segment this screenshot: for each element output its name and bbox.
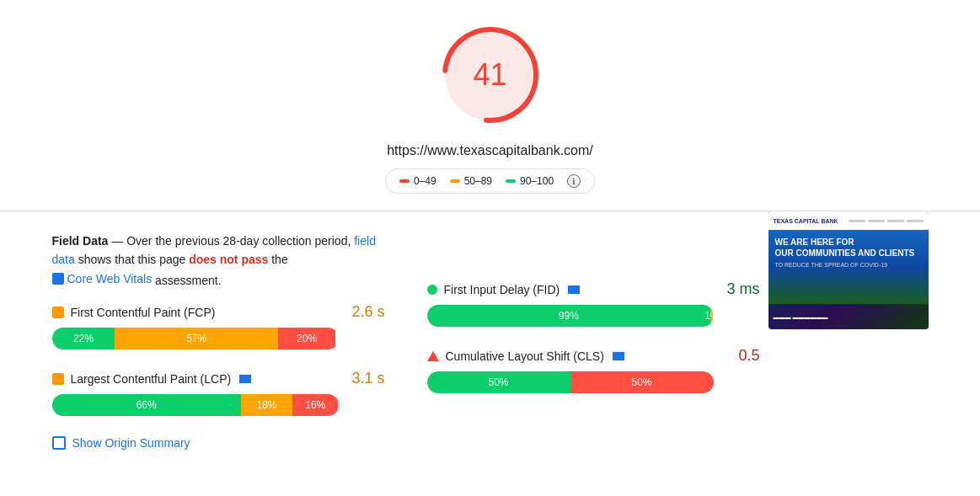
- lcp-label: Largest Contentful Paint (LCP): [71, 372, 232, 386]
- fcp-label: First Contentful Paint (FCP): [71, 306, 216, 319]
- metric-fid-title: First Input Delay (FID): [427, 283, 581, 296]
- screenshot-bottom: ▬▬▬ ▬▬▬▬▬▬: [768, 304, 929, 329]
- cwv-badge: Core Web Vitals: [52, 269, 153, 288]
- fcp-value: 2.6 s: [351, 303, 384, 321]
- fid-flag-icon: [568, 285, 580, 294]
- screenshot-nav: [849, 220, 924, 222]
- fcp-bar-needs-improvement: 57%: [115, 328, 278, 349]
- metric-cls-header: Cumulative Layout Shift (CLS) 0.5: [427, 347, 760, 365]
- legend-item-orange: 50–89: [450, 175, 492, 187]
- screenshot-panel: TEXAS CAPITAL BANK WE ARE HERE FOROUR CO…: [768, 211, 929, 329]
- show-origin-label: Show Origin Summary: [72, 436, 190, 450]
- screenshot-hero: WE ARE HERE FOROUR COMMUNITIES AND CLIEN…: [768, 230, 929, 304]
- legend-item-red: 0–49: [399, 175, 436, 187]
- legend-dot-green: [506, 179, 516, 183]
- fcp-bar-poor: 20%: [278, 328, 335, 349]
- nav-dot-1: [849, 220, 865, 222]
- score-value: 41: [473, 57, 506, 93]
- cwv-link[interactable]: Core Web Vitals: [67, 269, 153, 288]
- fid-bar-good: 99%: [427, 305, 711, 327]
- metric-cls-title: Cumulative Layout Shift (CLS): [427, 349, 624, 363]
- metric-fid: First Input Delay (FID) 3 ms 99% 1%: [427, 280, 760, 327]
- metric-cls: Cumulative Layout Shift (CLS) 0.5 50% 50…: [427, 347, 760, 393]
- fid-bar-needs-improvement: 1%: [710, 305, 713, 327]
- legend-label-red: 0–49: [414, 175, 436, 187]
- cls-icon: [427, 351, 439, 361]
- left-column: Field Data — Over the previous 28-day co…: [52, 232, 427, 450]
- cls-bar-good: 50%: [427, 371, 570, 393]
- show-origin-checkbox[interactable]: [52, 436, 66, 450]
- lcp-flag-icon: [239, 375, 251, 383]
- fcp-bar-good: 22%: [52, 328, 115, 349]
- cls-flag-icon: [613, 352, 624, 360]
- nav-dot-2: [868, 220, 885, 222]
- score-section: 41 https://www.texascapitalbank.com/ 0–4…: [0, 0, 980, 211]
- legend-item-green: 90–100: [506, 175, 554, 187]
- field-data-prefix-text: — Over the previous 28-day collection pe…: [111, 234, 354, 248]
- metric-fcp: First Contentful Paint (FCP) 2.6 s 22% 5…: [52, 303, 385, 349]
- legend-dot-orange: [450, 179, 460, 183]
- score-legend: 0–49 50–89 90–100 ℹ: [385, 168, 595, 194]
- legend-dot-red: [399, 179, 410, 183]
- lcp-bar-good: 66%: [52, 394, 241, 416]
- field-data-end: assessment.: [155, 274, 222, 287]
- metric-fcp-header: First Contentful Paint (FCP) 2.6 s: [52, 303, 385, 321]
- metric-lcp-header: Largest Contentful Paint (LCP) 3.1 s: [52, 370, 385, 387]
- metric-fcp-title: First Contentful Paint (FCP): [52, 306, 216, 319]
- lcp-progress-bar: 66% 18% 16%: [52, 394, 339, 416]
- cls-value: 0.5: [738, 347, 759, 365]
- screenshot-hero-sub: TO REDUCE THE SPREAD OF COVID-19: [775, 262, 922, 268]
- fail-badge: does not pass: [189, 253, 268, 266]
- field-data-description: Field Data — Over the previous 28-day co…: [52, 232, 385, 290]
- fid-label: First Input Delay (FID): [444, 283, 560, 296]
- metric-fid-header: First Input Delay (FID) 3 ms: [427, 280, 760, 298]
- show-origin-summary[interactable]: Show Origin Summary: [52, 436, 385, 450]
- field-data-section: Field Data — Over the previous 28-day co…: [27, 211, 954, 450]
- cwv-icon: [52, 273, 64, 285]
- lcp-value: 3.1 s: [351, 370, 384, 387]
- metric-lcp-title: Largest Contentful Paint (LCP): [52, 372, 252, 386]
- field-data-middle-text: shows that this page: [78, 253, 190, 266]
- page-screenshot: TEXAS CAPITAL BANK WE ARE HERE FOROUR CO…: [768, 211, 929, 329]
- lcp-bar-poor: 16%: [292, 394, 338, 416]
- fcp-icon: [52, 307, 64, 318]
- fcp-progress-bar: 22% 57% 20%: [52, 328, 339, 349]
- legend-label-orange: 50–89: [464, 175, 492, 187]
- screenshot-top-bar: TEXAS CAPITAL BANK: [768, 211, 929, 230]
- cls-label: Cumulative Layout Shift (CLS): [446, 349, 604, 363]
- metric-lcp: Largest Contentful Paint (LCP) 3.1 s 66%…: [52, 370, 385, 416]
- screenshot-logo: TEXAS CAPITAL BANK: [774, 218, 838, 224]
- cls-bar-poor: 50%: [570, 371, 714, 393]
- fid-icon: [427, 285, 437, 295]
- screenshot-bottom-text: ▬▬▬ ▬▬▬▬▬▬: [774, 314, 828, 320]
- cls-progress-bar: 50% 50%: [427, 371, 714, 393]
- nav-dot-4: [907, 220, 924, 222]
- screenshot-hero-text: WE ARE HERE FOROUR COMMUNITIES AND CLIEN…: [775, 237, 922, 259]
- field-data-suffix: the: [271, 253, 287, 266]
- legend-label-green: 90–100: [520, 175, 554, 187]
- legend-info-icon[interactable]: ℹ: [567, 174, 581, 188]
- fid-progress-bar: 99% 1%: [427, 305, 714, 327]
- page-url: https://www.texascapitalbank.com/: [387, 143, 593, 158]
- nav-dot-3: [887, 220, 904, 222]
- field-data-label: Field Data: [52, 234, 109, 248]
- lcp-icon: [52, 373, 64, 385]
- lcp-bar-needs-improvement: 18%: [241, 394, 292, 416]
- score-circle: 41: [436, 20, 545, 130]
- fid-value: 3 ms: [726, 280, 759, 298]
